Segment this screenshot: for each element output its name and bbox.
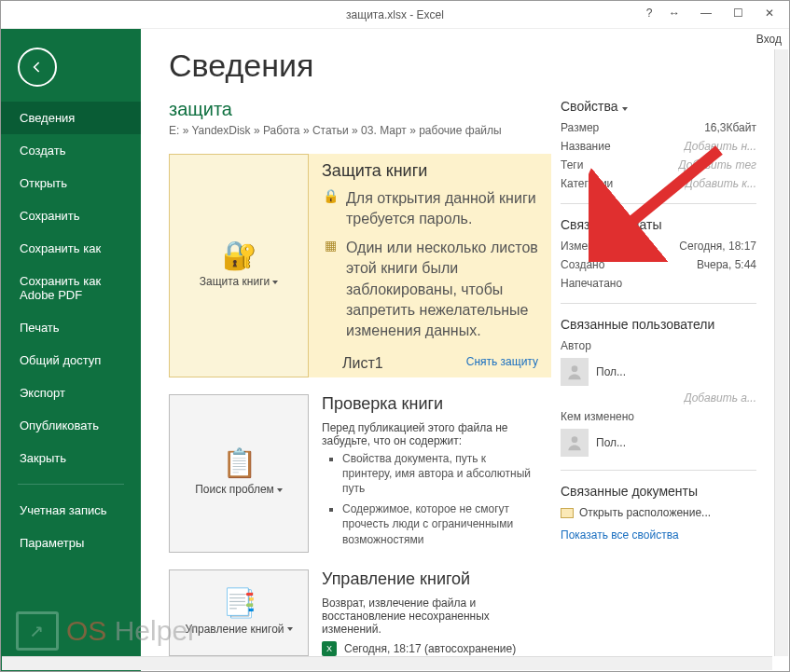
sidebar-item-10[interactable]: Закрыть <box>1 442 141 474</box>
property-row: КатегорииДобавить к... <box>561 177 756 190</box>
manage-workbook-button[interactable]: 📑 Управление книгой <box>169 569 309 656</box>
excel-file-icon: X <box>322 641 337 656</box>
maximize-icon[interactable]: ☐ <box>722 3 754 23</box>
property-row: ТегиДобавить тег <box>561 158 756 171</box>
property-row: НазваниеДобавить н... <box>561 140 756 153</box>
backstage-sidebar: СведенияСоздатьОткрытьСохранитьСохранить… <box>1 29 141 671</box>
breadcrumb: E: » YandexDisk » Работа » Статьи » 03. … <box>169 124 551 137</box>
inspect-bullet: Содержимое, которое не смогут прочесть л… <box>342 501 538 547</box>
avatar <box>561 429 589 457</box>
minimize-icon[interactable]: — <box>690 3 722 23</box>
check-issues-button[interactable]: 📋 Поиск проблем <box>169 394 309 553</box>
inspect-icon: 📋 <box>222 449 256 477</box>
ribbon-mode-icon[interactable]: ↔ <box>658 3 690 23</box>
svg-point-0 <box>572 365 578 372</box>
chevron-down-icon <box>287 627 293 631</box>
manage-workbook-label: Управление книгой <box>185 623 284 636</box>
password-required-icon: 🔒 <box>322 188 339 203</box>
show-all-properties-link[interactable]: Показать все свойства <box>561 528 756 542</box>
autosave-entry[interactable]: Сегодня, 18:17 (автосохранение) <box>344 642 516 655</box>
unprotect-link[interactable]: Снять защиту <box>466 355 538 372</box>
inspect-section-title: Проверка книги <box>322 394 538 414</box>
locked-sheet-name: Лист1 <box>342 355 383 372</box>
sidebar-item-5[interactable]: Сохранить как Adobe PDF <box>1 265 141 311</box>
check-issues-label: Поиск проблем <box>195 483 274 496</box>
arrow-left-icon <box>28 58 47 76</box>
open-file-location-link[interactable]: Открыть расположение... <box>561 506 756 519</box>
date-row: СозданоВчера, 5:44 <box>561 258 756 271</box>
folder-icon <box>561 508 574 518</box>
info-panel: Сведения защита E: » YandexDisk » Работа… <box>141 29 789 671</box>
chevron-down-icon <box>272 281 278 284</box>
close-icon[interactable]: ✕ <box>754 3 785 23</box>
inspect-bullet: Свойства документа, путь к принтеру, имя… <box>342 451 538 497</box>
sidebar-item-6[interactable]: Печать <box>1 311 141 344</box>
document-filename: защита <box>169 99 551 120</box>
protect-workbook-label: Защита книги <box>200 275 270 288</box>
date-row: ИзмененоСегодня, 18:17 <box>561 240 756 253</box>
page-title: Сведения <box>169 48 763 84</box>
lock-key-icon: 🔐 <box>222 241 256 269</box>
sidebar-item-9[interactable]: Опубликовать <box>1 409 141 442</box>
manage-intro: Возврат, извлечение файла и восстановлен… <box>322 597 538 636</box>
titlebar: защита.xlsx - Excel ? ↔ — ☐ ✕ <box>1 1 789 29</box>
related-docs-heading: Связанные документы <box>561 484 756 499</box>
sidebar-item-2[interactable]: Открыть <box>1 167 141 199</box>
modified-by-label: Кем изменено <box>561 410 634 423</box>
modified-by-name[interactable]: Пол... <box>596 436 756 449</box>
chevron-down-icon <box>277 488 283 492</box>
add-author-link[interactable]: Добавить а... <box>684 391 756 405</box>
avatar <box>561 358 589 386</box>
author-label: Автор <box>561 339 591 352</box>
protect-workbook-button[interactable]: 🔐 Защита книги <box>169 154 309 377</box>
locked-sheets-icon: ▦ <box>322 238 339 253</box>
inspect-intro: Перед публикацией этого файла не забудьт… <box>322 421 538 447</box>
help-icon[interactable]: ? <box>640 3 658 23</box>
date-row: Напечатано <box>561 277 756 290</box>
sidebar-item-4[interactable]: Сохранить как <box>1 232 141 265</box>
password-required-message: Для открытия данной книги требуется паро… <box>346 188 538 230</box>
sidebar-item-7[interactable]: Общий доступ <box>1 344 141 377</box>
related-dates-heading: Связанные даты <box>561 217 756 232</box>
sidebar-footer-item-0[interactable]: Учетная запись <box>1 494 141 527</box>
author-name[interactable]: Пол... <box>596 365 756 378</box>
vertical-scrollbar[interactable] <box>774 49 788 656</box>
sidebar-footer-item-1[interactable]: Параметры <box>1 527 141 559</box>
sidebar-item-0[interactable]: Сведения <box>1 102 141 134</box>
manage-icon: 📑 <box>222 589 256 617</box>
horizontal-scrollbar[interactable] <box>2 656 772 670</box>
sidebar-item-1[interactable]: Создать <box>1 134 141 167</box>
locked-sheets-message: Один или несколько листов этой книги был… <box>346 238 538 342</box>
sidebar-item-3[interactable]: Сохранить <box>1 199 141 232</box>
related-users-heading: Связанные пользователи <box>561 317 756 332</box>
property-row: Размер16,3Кбайт <box>561 121 756 134</box>
svg-point-1 <box>572 436 578 443</box>
back-button[interactable] <box>18 48 57 87</box>
sidebar-separator <box>18 484 124 485</box>
protect-section-title: Защита книги <box>322 161 538 181</box>
properties-heading[interactable]: Свойства <box>561 99 756 114</box>
sidebar-item-8[interactable]: Экспорт <box>1 377 141 409</box>
manage-section-title: Управление книгой <box>322 569 538 589</box>
